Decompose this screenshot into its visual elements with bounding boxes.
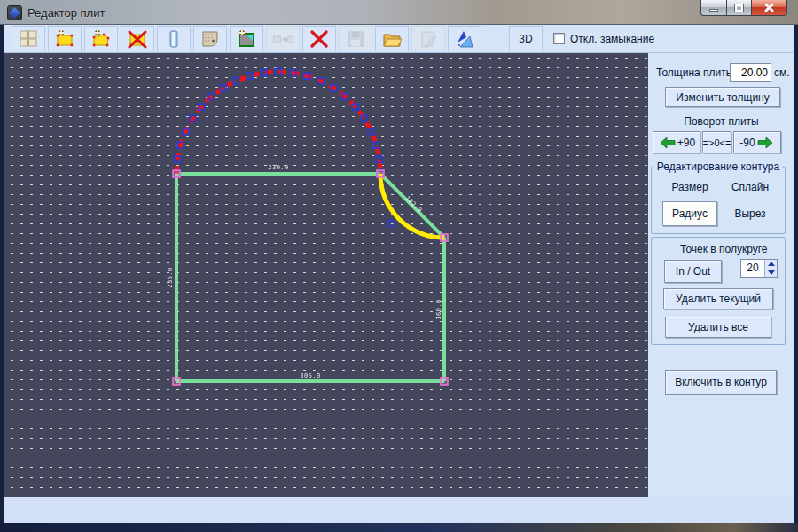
control-panel: Толщина плиты см. Изменить толщину Повор… <box>648 53 794 497</box>
rotation-title: Поворот плиты <box>648 115 794 128</box>
points-spinner: 20 <box>740 259 778 278</box>
spinner-down-button[interactable] <box>765 269 777 278</box>
maximize-icon <box>735 4 743 12</box>
plate-corner-radius-button[interactable] <box>193 26 227 51</box>
edit-button[interactable] <box>411 26 445 51</box>
arrow-left-green-icon <box>660 137 676 149</box>
add-cutout-icon <box>236 29 257 49</box>
mode-spline-button[interactable]: Сплайн <box>723 178 778 196</box>
view-3d-preview-button[interactable] <box>448 26 481 51</box>
delete-contour-button[interactable] <box>302 26 336 51</box>
rotate-minus90-label: -90 <box>739 137 755 149</box>
mode-cutout-button[interactable]: Вырез <box>723 205 778 223</box>
toolbar: 3D Откл. замыкание <box>4 25 794 53</box>
mode-radius-button[interactable]: Радиус <box>662 201 717 226</box>
svg-text:230.0: 230.0 <box>268 164 289 171</box>
thickness-label: Толщина плиты <box>656 66 733 79</box>
plates-grid-icon <box>18 29 39 49</box>
rotate-minus90-button[interactable]: -90 <box>733 131 781 153</box>
rotate-plus90-button[interactable]: +90 <box>653 131 700 153</box>
add-plate-icon <box>54 29 75 49</box>
view-3d-icon <box>454 29 475 49</box>
change-thickness-button[interactable]: Изменить толщину <box>665 87 780 107</box>
contour-edit-group-title: Редактирование контура <box>653 160 783 173</box>
copy-plate-button[interactable] <box>266 26 300 51</box>
svg-text:235.0: 235.0 <box>167 267 174 288</box>
rotate-zero-button[interactable]: =>0<= <box>702 131 732 153</box>
add-polygon-plate-icon <box>90 29 112 49</box>
status-bar <box>4 497 794 523</box>
points-value: 20 <box>741 260 764 277</box>
open-button[interactable] <box>375 26 409 51</box>
disable-closing-checkbox[interactable] <box>553 33 565 44</box>
titlebar: Редактор плит <box>0 0 798 25</box>
include-in-contour-button[interactable]: Включить в контур <box>665 370 777 395</box>
save-icon <box>345 29 366 49</box>
minimize-button[interactable] <box>700 0 727 16</box>
svg-text:160.0: 160.0 <box>435 299 442 320</box>
plate-editor-window: Редактор плит <box>0 0 798 532</box>
column-tool-button[interactable] <box>157 26 191 51</box>
delete-plate-button[interactable] <box>121 26 154 51</box>
disable-closing-label: Откл. замыкание <box>570 33 654 45</box>
thickness-unit: см. <box>774 66 790 79</box>
app-icon <box>7 5 22 20</box>
delete-current-button[interactable]: Удалить текущий <box>663 288 773 309</box>
triangle-down-icon <box>768 270 775 275</box>
triangle-up-icon <box>768 262 775 266</box>
window-title: Редактор плит <box>27 6 105 20</box>
column-icon <box>163 29 184 49</box>
plate-drawing: 230.0305.0235.0160.0102.0 <box>4 53 648 497</box>
minimize-icon <box>709 9 718 12</box>
contour-edit-group: Редактирование контура Размер Сплайн Рад… <box>651 167 786 234</box>
rotate-plus90-label: +90 <box>677 137 695 149</box>
save-button[interactable] <box>339 26 372 51</box>
spinner-up-button[interactable] <box>765 260 777 269</box>
add-cutout-button[interactable] <box>230 26 263 51</box>
arrow-right-green-icon <box>757 137 773 149</box>
drawing-canvas[interactable]: 230.0305.0235.0160.0102.0 <box>4 53 648 497</box>
copy-plate-icon <box>272 29 293 49</box>
close-icon <box>764 3 774 12</box>
add-plate-button[interactable] <box>48 26 82 51</box>
plates-grid-button[interactable] <box>12 26 45 51</box>
thickness-input[interactable] <box>730 63 771 82</box>
delete-icon <box>309 29 330 49</box>
plate-corner-radius-icon <box>200 29 221 49</box>
add-polygon-plate-button[interactable] <box>84 26 118 51</box>
maximize-button[interactable] <box>727 0 752 16</box>
open-folder-icon <box>381 29 403 49</box>
button-3d[interactable]: 3D <box>509 26 543 51</box>
edit-icon <box>418 29 439 49</box>
points-in-semicircle-label: Точек в полукруге <box>680 243 768 255</box>
mode-size-button[interactable]: Размер <box>662 178 717 196</box>
delete-all-button[interactable]: Удалить все <box>665 317 771 338</box>
points-group: Точек в полукруге 20 In / Out Удалить те… <box>651 237 786 345</box>
close-button[interactable] <box>752 0 787 16</box>
svg-text:102.0: 102.0 <box>403 194 423 214</box>
delete-plate-icon <box>127 29 148 49</box>
svg-text:305.0: 305.0 <box>300 372 321 379</box>
in-out-button[interactable]: In / Out <box>664 260 722 283</box>
window-frame-bottom <box>0 523 798 532</box>
